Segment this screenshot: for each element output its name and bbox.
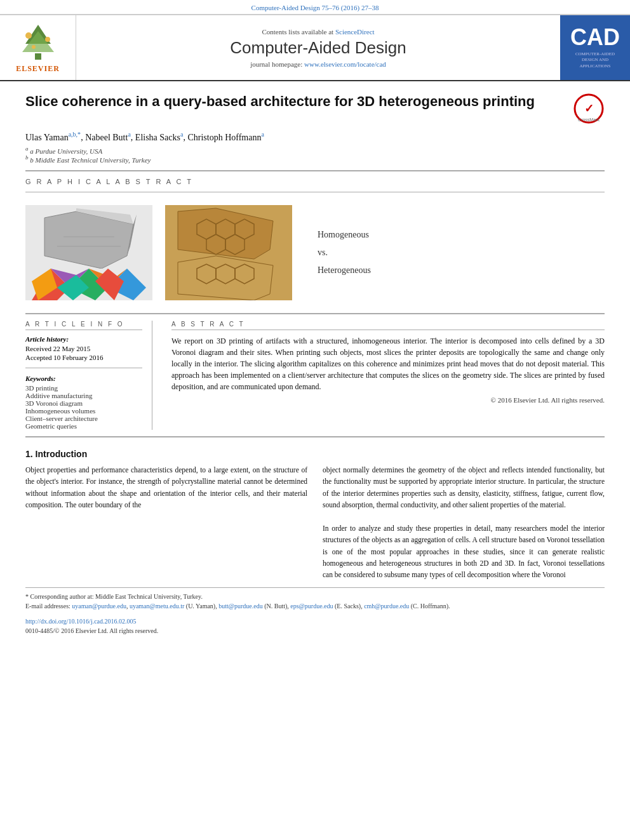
crossmark-icon[interactable]: ✓ CrossMark [573, 93, 605, 124]
accepted-date: Accepted 10 February 2016 [25, 354, 142, 361]
keyword-1: 3D printing [25, 384, 142, 392]
abstract-text: We report on 3D printing of artifacts wi… [171, 335, 605, 392]
keywords-section: Keywords: 3D printing Additive manufactu… [25, 375, 142, 430]
journal-citation: Computer-Aided Design 75–76 (2016) 27–38 [251, 4, 379, 11]
ga-image-homogeneous [25, 205, 152, 300]
divider-after-authors [25, 170, 605, 171]
abstract-copyright: © 2016 Elsevier Ltd. All rights reserved… [171, 396, 605, 404]
cad-logo-subtext: COMPUTER-AIDEDDESIGN ANDAPPLICATIONS [575, 51, 615, 69]
email-link-sacks[interactable]: eps@purdue.edu [290, 603, 333, 610]
intro-text-right: object normally determines the geometry … [323, 464, 605, 581]
keywords-label: Keywords: [25, 375, 142, 382]
journal-title: Computer-Aided Design [83, 38, 554, 58]
affiliation-b: b b Middle East Technical University, Tu… [25, 154, 605, 164]
elsevier-tree-icon [16, 22, 60, 63]
received-date: Received 22 May 2015 [25, 345, 142, 352]
ga-label-heterogeneous: Heterogeneous [318, 265, 371, 276]
footnotes-section: * Corresponding author at: Middle East T… [25, 587, 605, 636]
journal-homepage: journal homepage: www.elsevier.com/locat… [83, 60, 554, 68]
journal-homepage-link[interactable]: www.elsevier.com/locate/cad [304, 60, 386, 68]
intro-col-right: object normally determines the geometry … [323, 464, 605, 581]
intro-heading: 1. Introduction [25, 449, 605, 459]
journal-header: ELSEVIER Contents lists available at Sci… [0, 15, 630, 81]
author-sacks: Elisha Sacks [135, 133, 180, 142]
divider-graphical-abstract [25, 192, 605, 192]
intro-two-col: Object properties and performance charac… [25, 464, 605, 581]
divider-before-intro [25, 436, 605, 437]
intro-col-left: Object properties and performance charac… [25, 464, 307, 581]
svg-point-4 [45, 37, 50, 42]
svg-point-3 [25, 32, 32, 39]
journal-center: Contents lists available at ScienceDirec… [76, 23, 560, 73]
contents-label: Contents lists available at [262, 28, 333, 36]
keyword-4: Inhomogeneous volumes [25, 407, 142, 415]
issn-text: 0010-4485/© 2016 Elsevier Ltd. All right… [25, 626, 605, 636]
author-hoffmann: Christoph Hoffmann [187, 133, 261, 142]
graphical-abstract-section: G R A P H I C A L A B S T R A C T [25, 178, 605, 307]
journal-citation-bar: Computer-Aided Design 75–76 (2016) 27–38 [0, 0, 630, 15]
email-link-butt[interactable]: butt@purdue.edu [218, 603, 262, 610]
keyword-5: Client–server architecture [25, 415, 142, 422]
article-info-abstract: A R T I C L E I N F O Article history: R… [25, 321, 605, 430]
authors-line: Ulas Yamana,b,*, Nabeel Butta, Elisha Sa… [25, 131, 605, 143]
ga-image-heterogeneous [165, 205, 292, 300]
svg-rect-0 [35, 53, 41, 60]
cad-logo-text: CAD [570, 26, 620, 49]
footnote-corresponding: * Corresponding author at: Middle East T… [25, 592, 605, 601]
ga-labels: Homogeneous vs. Heterogeneous [305, 230, 371, 276]
graphical-abstract-label: G R A P H I C A L A B S T R A C T [25, 178, 605, 185]
keyword-2: Additive manufacturing [25, 392, 142, 399]
elsevier-logo: ELSEVIER [0, 15, 76, 80]
svg-text:CrossMark: CrossMark [578, 117, 600, 122]
footnote-emails: E-mail addresses: uyaman@purdue.edu, uya… [25, 601, 605, 611]
email-link-yaman2[interactable]: uyaman@metu.edu.tr [130, 603, 184, 610]
article-info-header: A R T I C L E I N F O [25, 321, 142, 330]
author-yaman: Ulas Yaman [25, 133, 69, 142]
elsevier-brand-text: ELSEVIER [16, 64, 60, 74]
doi-section: http://dx.doi.org/10.1016/j.cad.2016.02.… [25, 615, 605, 626]
svg-point-5 [32, 45, 36, 49]
sciencedirect-link[interactable]: ScienceDirect [335, 28, 375, 36]
ga-label-vs: vs. [318, 248, 328, 258]
doi-link[interactable]: http://dx.doi.org/10.1016/j.cad.2016.02.… [25, 618, 137, 625]
intro-text-left: Object properties and performance charac… [25, 464, 307, 511]
email-link-hoffmann[interactable]: cmh@purdue.edu [364, 603, 409, 610]
affiliation-a: a a Purdue University, USA [25, 145, 605, 155]
divider-after-abstract-graphic [25, 313, 605, 314]
divider-history-keywords [25, 368, 142, 368]
introduction-section: 1. Introduction Object properties and pe… [25, 449, 605, 636]
ga-label-homogeneous: Homogeneous [318, 230, 369, 240]
abstract-header: A B S T R A C T [171, 321, 605, 330]
cad-logo-box: CAD COMPUTER-AIDEDDESIGN ANDAPPLICATIONS [560, 15, 630, 80]
page: Computer-Aided Design 75–76 (2016) 27–38… [0, 0, 630, 840]
article-history-label: Article history: [25, 335, 142, 343]
keyword-6: Geometric queries [25, 422, 142, 430]
contents-available-text: Contents lists available at ScienceDirec… [83, 28, 554, 36]
svg-text:✓: ✓ [584, 102, 594, 115]
abstract-col: A B S T R A C T We report on 3D printing… [171, 321, 605, 430]
article-title-section: Slice coherence in a query-based archite… [25, 93, 605, 124]
keyword-3: 3D Voronoi diagram [25, 399, 142, 407]
author-butt: Nabeel Butt [85, 133, 128, 142]
email-link-yaman[interactable]: uyaman@purdue.edu [72, 603, 126, 610]
graphical-abstract-content: Homogeneous vs. Heterogeneous [25, 199, 605, 307]
authors-section: Ulas Yamana,b,*, Nabeel Butta, Elisha Sa… [25, 131, 605, 164]
main-content: Slice coherence in a query-based archite… [0, 81, 630, 647]
article-info-col: A R T I C L E I N F O Article history: R… [25, 321, 152, 430]
article-title: Slice coherence in a query-based archite… [25, 93, 573, 111]
